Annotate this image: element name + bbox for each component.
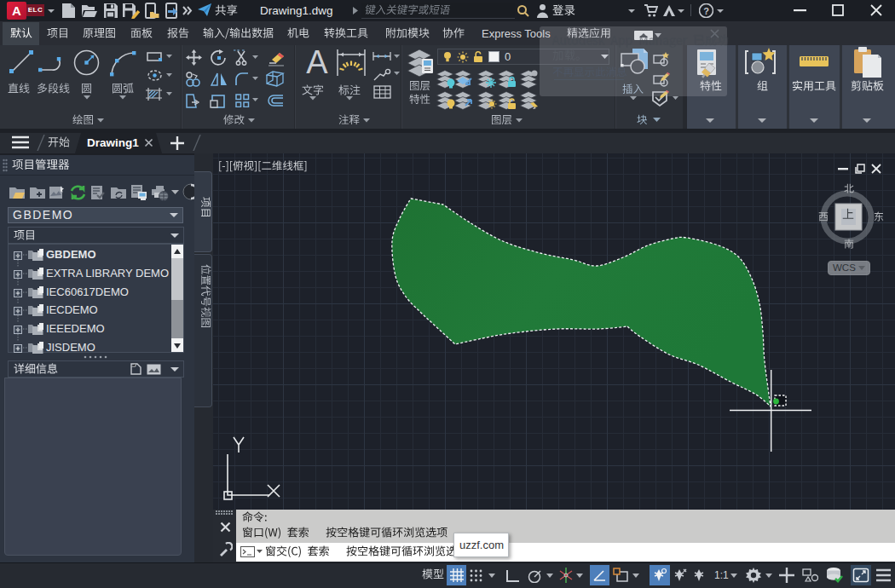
svg-text:?: ? [703,6,709,16]
